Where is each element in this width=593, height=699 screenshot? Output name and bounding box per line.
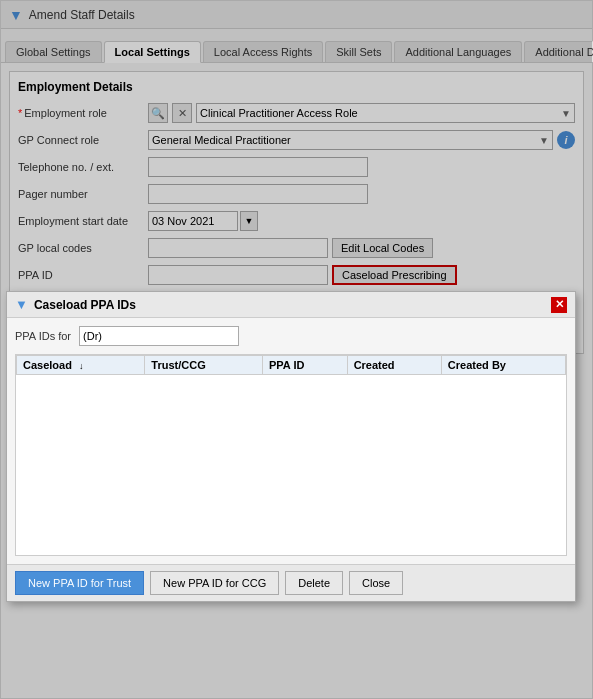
table-header-row: Caseload ↓ Trust/CCG PPA ID Created bbox=[17, 356, 566, 375]
caseload-table: Caseload ↓ Trust/CCG PPA ID Created bbox=[16, 355, 566, 555]
ppa-ids-for-row: PPA IDs for bbox=[15, 326, 567, 346]
delete-button[interactable]: Delete bbox=[285, 571, 343, 595]
modal-content: PPA IDs for Caseload ↓ Trust/CCG bbox=[7, 318, 575, 564]
new-ppa-trust-button[interactable]: New PPA ID for Trust bbox=[15, 571, 144, 595]
main-window: ▼ Amend Staff Details Global Settings Lo… bbox=[0, 0, 593, 699]
modal-footer-close-button[interactable]: Close bbox=[349, 571, 403, 595]
caseload-table-area: Caseload ↓ Trust/CCG PPA ID Created bbox=[15, 354, 567, 556]
table-header-created-by[interactable]: Created By bbox=[441, 356, 565, 375]
modal-close-x-button[interactable]: ✕ bbox=[551, 297, 567, 313]
modal-title-icon: ▼ bbox=[15, 297, 28, 312]
ppa-ids-for-input[interactable] bbox=[79, 326, 239, 346]
caseload-ppa-ids-modal: ▼ Caseload PPA IDs ✕ PPA IDs for Caseloa… bbox=[6, 291, 576, 602]
modal-title-left: ▼ Caseload PPA IDs bbox=[15, 297, 136, 312]
ppa-ids-for-label: PPA IDs for bbox=[15, 330, 71, 342]
modal-footer: New PPA ID for Trust New PPA ID for CCG … bbox=[7, 564, 575, 601]
table-header-ppa-id[interactable]: PPA ID bbox=[263, 356, 348, 375]
modal-title-bar: ▼ Caseload PPA IDs ✕ bbox=[7, 292, 575, 318]
caseload-sort-icon: ↓ bbox=[79, 361, 84, 371]
new-ppa-ccg-button[interactable]: New PPA ID for CCG bbox=[150, 571, 279, 595]
table-header-created[interactable]: Created bbox=[347, 356, 441, 375]
table-empty-row bbox=[17, 375, 566, 555]
table-body bbox=[17, 375, 566, 555]
table-header-caseload[interactable]: Caseload ↓ bbox=[17, 356, 145, 375]
modal-title-text: Caseload PPA IDs bbox=[34, 298, 136, 312]
table-header-trust-ccg[interactable]: Trust/CCG bbox=[145, 356, 263, 375]
